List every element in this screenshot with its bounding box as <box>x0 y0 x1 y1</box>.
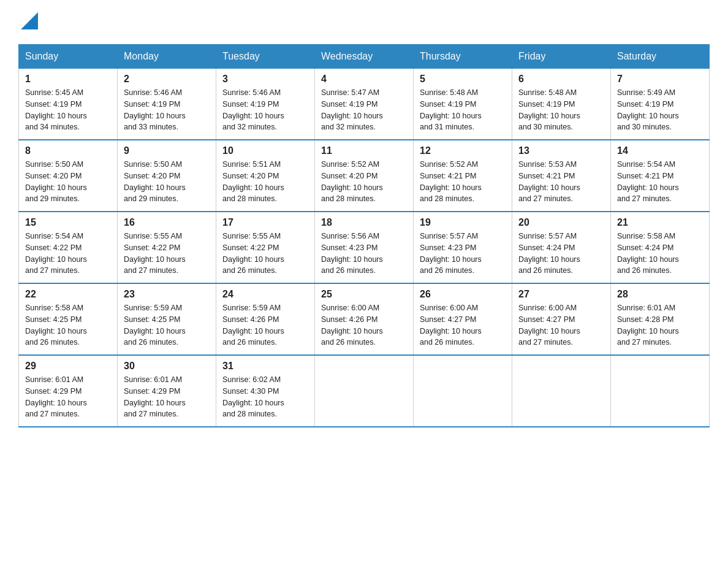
table-row: 7 Sunrise: 5:49 AMSunset: 4:19 PMDayligh… <box>611 69 710 140</box>
day-number: 28 <box>617 289 703 300</box>
table-row: 19 Sunrise: 5:57 AMSunset: 4:23 PMDaylig… <box>414 212 512 283</box>
day-number: 22 <box>25 289 111 300</box>
header-wednesday: Wednesday <box>315 45 414 69</box>
day-info: Sunrise: 5:55 AMSunset: 4:22 PMDaylight:… <box>222 232 284 275</box>
day-number: 18 <box>321 217 407 228</box>
calendar-week-row: 22 Sunrise: 5:58 AMSunset: 4:25 PMDaylig… <box>19 283 710 355</box>
table-row <box>315 355 414 427</box>
day-info: Sunrise: 6:00 AMSunset: 4:27 PMDaylight:… <box>420 304 482 347</box>
day-number: 27 <box>518 289 604 300</box>
day-info: Sunrise: 5:52 AMSunset: 4:21 PMDaylight:… <box>420 160 482 203</box>
day-number: 6 <box>518 74 604 85</box>
calendar-table: Sunday Monday Tuesday Wednesday Thursday… <box>18 44 710 427</box>
day-info: Sunrise: 5:54 AMSunset: 4:22 PMDaylight:… <box>25 232 87 275</box>
day-info: Sunrise: 5:46 AMSunset: 4:19 PMDaylight:… <box>222 88 284 131</box>
calendar-header-row: Sunday Monday Tuesday Wednesday Thursday… <box>19 45 710 69</box>
table-row: 31 Sunrise: 6:02 AMSunset: 4:30 PMDaylig… <box>216 355 315 427</box>
day-number: 14 <box>617 145 703 156</box>
day-number: 16 <box>124 217 210 228</box>
table-row: 13 Sunrise: 5:53 AMSunset: 4:21 PMDaylig… <box>512 140 611 212</box>
day-info: Sunrise: 5:45 AMSunset: 4:19 PMDaylight:… <box>25 88 87 131</box>
table-row: 17 Sunrise: 5:55 AMSunset: 4:22 PMDaylig… <box>216 212 315 283</box>
day-number: 2 <box>124 74 210 85</box>
table-row: 6 Sunrise: 5:48 AMSunset: 4:19 PMDayligh… <box>512 69 611 140</box>
day-info: Sunrise: 5:54 AMSunset: 4:21 PMDaylight:… <box>617 160 679 203</box>
calendar-body: 1 Sunrise: 5:45 AMSunset: 4:19 PMDayligh… <box>19 69 710 427</box>
day-number: 17 <box>222 217 308 228</box>
day-info: Sunrise: 5:52 AMSunset: 4:20 PMDaylight:… <box>321 160 383 203</box>
calendar-week-row: 15 Sunrise: 5:54 AMSunset: 4:22 PMDaylig… <box>19 212 710 283</box>
day-number: 10 <box>222 145 308 156</box>
day-info: Sunrise: 5:53 AMSunset: 4:21 PMDaylight:… <box>518 160 580 203</box>
table-row: 20 Sunrise: 5:57 AMSunset: 4:24 PMDaylig… <box>512 212 611 283</box>
day-info: Sunrise: 6:00 AMSunset: 4:27 PMDaylight:… <box>518 304 580 347</box>
day-number: 31 <box>222 361 308 372</box>
logo-triangle-icon <box>21 12 38 29</box>
table-row: 27 Sunrise: 6:00 AMSunset: 4:27 PMDaylig… <box>512 283 611 355</box>
table-row: 12 Sunrise: 5:52 AMSunset: 4:21 PMDaylig… <box>414 140 512 212</box>
table-row: 18 Sunrise: 5:56 AMSunset: 4:23 PMDaylig… <box>315 212 414 283</box>
table-row: 4 Sunrise: 5:47 AMSunset: 4:19 PMDayligh… <box>315 69 414 140</box>
day-number: 20 <box>518 217 604 228</box>
day-number: 12 <box>420 145 506 156</box>
day-number: 11 <box>321 145 407 156</box>
table-row: 2 Sunrise: 5:46 AMSunset: 4:19 PMDayligh… <box>118 69 216 140</box>
day-number: 13 <box>518 145 604 156</box>
day-number: 15 <box>25 217 111 228</box>
header-tuesday: Tuesday <box>216 45 315 69</box>
day-info: Sunrise: 5:55 AMSunset: 4:22 PMDaylight:… <box>124 232 186 275</box>
table-row: 23 Sunrise: 5:59 AMSunset: 4:25 PMDaylig… <box>118 283 216 355</box>
table-row <box>611 355 710 427</box>
day-number: 21 <box>617 217 703 228</box>
table-row: 5 Sunrise: 5:48 AMSunset: 4:19 PMDayligh… <box>414 69 512 140</box>
calendar-week-row: 8 Sunrise: 5:50 AMSunset: 4:20 PMDayligh… <box>19 140 710 212</box>
day-info: Sunrise: 5:48 AMSunset: 4:19 PMDaylight:… <box>420 88 482 131</box>
day-number: 3 <box>222 74 308 85</box>
table-row: 25 Sunrise: 6:00 AMSunset: 4:26 PMDaylig… <box>315 283 414 355</box>
day-info: Sunrise: 5:50 AMSunset: 4:20 PMDaylight:… <box>25 160 87 203</box>
table-row: 15 Sunrise: 5:54 AMSunset: 4:22 PMDaylig… <box>19 212 118 283</box>
day-info: Sunrise: 6:01 AMSunset: 4:29 PMDaylight:… <box>124 375 186 418</box>
table-row: 16 Sunrise: 5:55 AMSunset: 4:22 PMDaylig… <box>118 212 216 283</box>
day-number: 23 <box>124 289 210 300</box>
table-row: 10 Sunrise: 5:51 AMSunset: 4:20 PMDaylig… <box>216 140 315 212</box>
day-info: Sunrise: 6:02 AMSunset: 4:30 PMDaylight:… <box>222 375 284 418</box>
day-info: Sunrise: 5:49 AMSunset: 4:19 PMDaylight:… <box>617 88 679 131</box>
calendar-week-row: 1 Sunrise: 5:45 AMSunset: 4:19 PMDayligh… <box>19 69 710 140</box>
table-row: 22 Sunrise: 5:58 AMSunset: 4:25 PMDaylig… <box>19 283 118 355</box>
day-info: Sunrise: 5:56 AMSunset: 4:23 PMDaylight:… <box>321 232 383 275</box>
header-monday: Monday <box>118 45 216 69</box>
calendar-week-row: 29 Sunrise: 6:01 AMSunset: 4:29 PMDaylig… <box>19 355 710 427</box>
header-sunday: Sunday <box>19 45 118 69</box>
day-number: 24 <box>222 289 308 300</box>
svg-marker-0 <box>21 12 38 29</box>
day-number: 26 <box>420 289 506 300</box>
day-number: 9 <box>124 145 210 156</box>
table-row: 26 Sunrise: 6:00 AMSunset: 4:27 PMDaylig… <box>414 283 512 355</box>
day-info: Sunrise: 5:50 AMSunset: 4:20 PMDaylight:… <box>124 160 186 203</box>
table-row: 1 Sunrise: 5:45 AMSunset: 4:19 PMDayligh… <box>19 69 118 140</box>
table-row: 24 Sunrise: 5:59 AMSunset: 4:26 PMDaylig… <box>216 283 315 355</box>
day-info: Sunrise: 6:00 AMSunset: 4:26 PMDaylight:… <box>321 304 383 347</box>
day-info: Sunrise: 5:58 AMSunset: 4:24 PMDaylight:… <box>617 232 679 275</box>
day-number: 19 <box>420 217 506 228</box>
day-number: 8 <box>25 145 111 156</box>
table-row: 8 Sunrise: 5:50 AMSunset: 4:20 PMDayligh… <box>19 140 118 212</box>
table-row: 14 Sunrise: 5:54 AMSunset: 4:21 PMDaylig… <box>611 140 710 212</box>
day-info: Sunrise: 5:47 AMSunset: 4:19 PMDaylight:… <box>321 88 383 131</box>
table-row: 11 Sunrise: 5:52 AMSunset: 4:20 PMDaylig… <box>315 140 414 212</box>
day-info: Sunrise: 5:51 AMSunset: 4:20 PMDaylight:… <box>222 160 284 203</box>
table-row: 9 Sunrise: 5:50 AMSunset: 4:20 PMDayligh… <box>118 140 216 212</box>
day-info: Sunrise: 5:46 AMSunset: 4:19 PMDaylight:… <box>124 88 186 131</box>
page-header <box>18 12 710 32</box>
header-thursday: Thursday <box>414 45 512 69</box>
day-info: Sunrise: 6:01 AMSunset: 4:28 PMDaylight:… <box>617 304 679 347</box>
day-info: Sunrise: 5:57 AMSunset: 4:24 PMDaylight:… <box>518 232 580 275</box>
day-number: 30 <box>124 361 210 372</box>
table-row: 21 Sunrise: 5:58 AMSunset: 4:24 PMDaylig… <box>611 212 710 283</box>
day-number: 4 <box>321 74 407 85</box>
table-row <box>414 355 512 427</box>
table-row: 3 Sunrise: 5:46 AMSunset: 4:19 PMDayligh… <box>216 69 315 140</box>
table-row: 30 Sunrise: 6:01 AMSunset: 4:29 PMDaylig… <box>118 355 216 427</box>
table-row <box>512 355 611 427</box>
